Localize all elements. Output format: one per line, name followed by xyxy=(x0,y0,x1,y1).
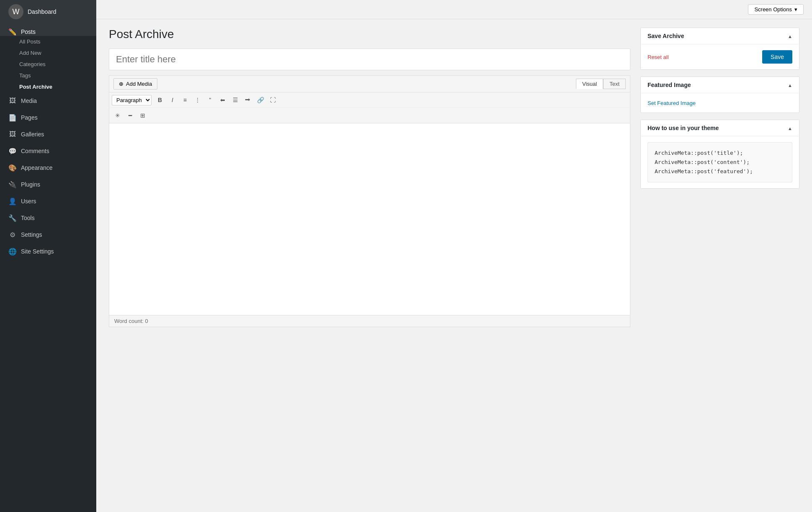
editor-formatting-toolbar: Paragraph B I ≡ ⋮ " ⬅ ☰ ⮕ 🔗 ⛶ xyxy=(109,92,630,108)
sidebar-item-appearance[interactable]: 🎨 Appearance xyxy=(0,159,96,176)
how-to-use-panel-title: How to use in your theme xyxy=(648,125,719,131)
horizontal-rule-button[interactable]: ━ xyxy=(124,110,136,121)
align-center-button[interactable]: ☰ xyxy=(229,94,241,106)
sidebar: W Dashboard ✏️ Posts All Posts Add New C… xyxy=(0,0,96,512)
sidebar-appearance-label: Appearance xyxy=(21,164,53,171)
posts-submenu: All Posts Add New Categories Tags Post A… xyxy=(0,36,96,92)
sidebar-item-comments[interactable]: 💬 Comments xyxy=(0,143,96,159)
save-archive-panel: Save Archive Reset all Save xyxy=(640,28,799,70)
users-icon: 👤 xyxy=(8,197,17,205)
featured-image-collapse-button[interactable] xyxy=(788,81,792,89)
code-line-1: ArchiveMeta::post('title'); xyxy=(655,148,785,158)
sidebar-pages-label: Pages xyxy=(21,114,38,121)
site-settings-icon: 🌐 xyxy=(8,247,17,256)
save-archive-collapse-button[interactable] xyxy=(788,32,792,40)
page-title: Post Archive xyxy=(109,28,630,41)
add-media-button[interactable]: ⊕ Add Media xyxy=(113,78,157,90)
sidebar-item-settings[interactable]: ⚙ Settings xyxy=(0,226,96,243)
sidebar-tags[interactable]: Tags xyxy=(19,70,96,81)
sidebar-posts-label: Posts xyxy=(21,28,36,35)
sidebar-all-posts[interactable]: All Posts xyxy=(19,36,96,47)
sidebar-media-label: Media xyxy=(21,97,37,104)
sidebar-dashboard-label: Dashboard xyxy=(28,8,57,15)
editor-toolbar-row2: ✳ ━ ⊞ xyxy=(109,108,630,123)
how-to-use-panel: How to use in your theme ArchiveMeta::po… xyxy=(640,120,799,189)
comments-icon: 💬 xyxy=(8,147,17,155)
sidebar-categories[interactable]: Categories xyxy=(19,59,96,70)
how-to-use-panel-body: ArchiveMeta::post('title'); ArchiveMeta:… xyxy=(641,136,799,188)
set-featured-image-link[interactable]: Set Featured Image xyxy=(648,100,696,106)
screen-options-chevron-icon: ▾ xyxy=(794,6,797,13)
sidebar-tools-label: Tools xyxy=(21,215,35,221)
align-left-button[interactable]: ⬅ xyxy=(217,94,229,106)
sidebar-users-label: Users xyxy=(21,198,36,205)
visual-tab[interactable]: Visual xyxy=(576,79,603,89)
save-archive-panel-body: Reset all Save xyxy=(641,44,799,69)
code-block: ArchiveMeta::post('title'); ArchiveMeta:… xyxy=(648,142,792,182)
word-count: Word count: 0 xyxy=(109,315,630,327)
reset-all-link[interactable]: Reset all xyxy=(648,54,669,60)
featured-image-panel: Featured Image Set Featured Image xyxy=(640,77,799,113)
save-archive-actions: Reset all Save xyxy=(648,50,792,64)
featured-image-panel-body: Set Featured Image xyxy=(641,93,799,113)
editor-toolbar-top: ⊕ Add Media Visual Text xyxy=(109,75,630,92)
sidebar-settings-label: Settings xyxy=(21,231,42,238)
top-bar: Screen Options ▾ xyxy=(96,0,812,19)
how-to-use-collapse-button[interactable] xyxy=(788,124,792,132)
main-area: Screen Options ▾ Post Archive ⊕ Add Medi… xyxy=(96,0,812,512)
sidebar-post-archive[interactable]: Post Archive xyxy=(19,81,96,92)
sidebar-dashboard[interactable]: W Dashboard xyxy=(0,0,96,23)
sidebar-item-plugins[interactable]: 🔌 Plugins xyxy=(0,176,96,193)
align-right-button[interactable]: ⮕ xyxy=(242,94,254,106)
screen-options-button[interactable]: Screen Options ▾ xyxy=(748,4,804,15)
unordered-list-button[interactable]: ≡ xyxy=(179,94,191,106)
pages-icon: 📄 xyxy=(8,113,17,122)
visual-text-tabs: Visual Text xyxy=(576,79,626,89)
plugins-icon: 🔌 xyxy=(8,180,17,189)
sidebar-item-posts[interactable]: ✏️ Posts xyxy=(0,23,96,36)
content-area: Post Archive ⊕ Add Media Visual Text Par… xyxy=(96,19,812,512)
galleries-icon: 🖼 xyxy=(8,130,17,138)
sidebar-comments-label: Comments xyxy=(21,148,49,154)
sidebar-item-tools[interactable]: 🔧 Tools xyxy=(0,210,96,226)
blockquote-button[interactable]: " xyxy=(204,94,216,106)
table-button[interactable]: ⊞ xyxy=(137,110,149,121)
appearance-icon: 🎨 xyxy=(8,164,17,172)
how-to-use-chevron-icon xyxy=(788,124,792,131)
editor-body[interactable] xyxy=(109,123,630,315)
add-media-icon: ⊕ xyxy=(119,81,123,87)
sidebar-item-users[interactable]: 👤 Users xyxy=(0,193,96,210)
sidebar-galleries-label: Galleries xyxy=(21,131,44,138)
code-line-3: ArchiveMeta::post('featured'); xyxy=(655,167,785,176)
sidebar-add-new[interactable]: Add New xyxy=(19,47,96,59)
media-icon: 🖼 xyxy=(8,97,17,105)
sidebar-item-pages[interactable]: 📄 Pages xyxy=(0,109,96,126)
post-title-input[interactable] xyxy=(109,49,630,70)
fullscreen-button[interactable]: ⛶ xyxy=(267,94,279,106)
tools-icon: 🔧 xyxy=(8,214,17,222)
text-tab[interactable]: Text xyxy=(603,79,626,89)
ordered-list-button[interactable]: ⋮ xyxy=(192,94,203,106)
sidebar-site-settings-label: Site Settings xyxy=(21,248,54,255)
bold-button[interactable]: B xyxy=(154,94,166,106)
featured-collapse-chevron-icon xyxy=(788,81,792,88)
save-archive-panel-header: Save Archive xyxy=(641,28,799,44)
collapse-chevron-icon xyxy=(788,32,792,39)
right-sidebar: Save Archive Reset all Save Featured Ima… xyxy=(640,28,799,504)
shortcode-button[interactable]: ✳ xyxy=(112,110,123,121)
sidebar-item-site-settings[interactable]: 🌐 Site Settings xyxy=(0,243,96,260)
wp-logo-icon: W xyxy=(8,4,23,19)
sidebar-plugins-label: Plugins xyxy=(21,181,40,188)
sidebar-item-galleries[interactable]: 🖼 Galleries xyxy=(0,126,96,143)
save-archive-panel-title: Save Archive xyxy=(648,33,684,39)
add-media-label: Add Media xyxy=(126,81,152,87)
editor-area: Post Archive ⊕ Add Media Visual Text Par… xyxy=(109,28,630,504)
sidebar-item-media[interactable]: 🖼 Media xyxy=(0,92,96,109)
featured-image-panel-title: Featured Image xyxy=(648,82,691,88)
link-button[interactable]: 🔗 xyxy=(254,94,266,106)
paragraph-select[interactable]: Paragraph xyxy=(112,95,152,105)
save-button[interactable]: Save xyxy=(762,50,792,64)
screen-options-label: Screen Options xyxy=(754,6,792,13)
posts-icon: ✏️ xyxy=(8,28,17,36)
italic-button[interactable]: I xyxy=(167,94,178,106)
